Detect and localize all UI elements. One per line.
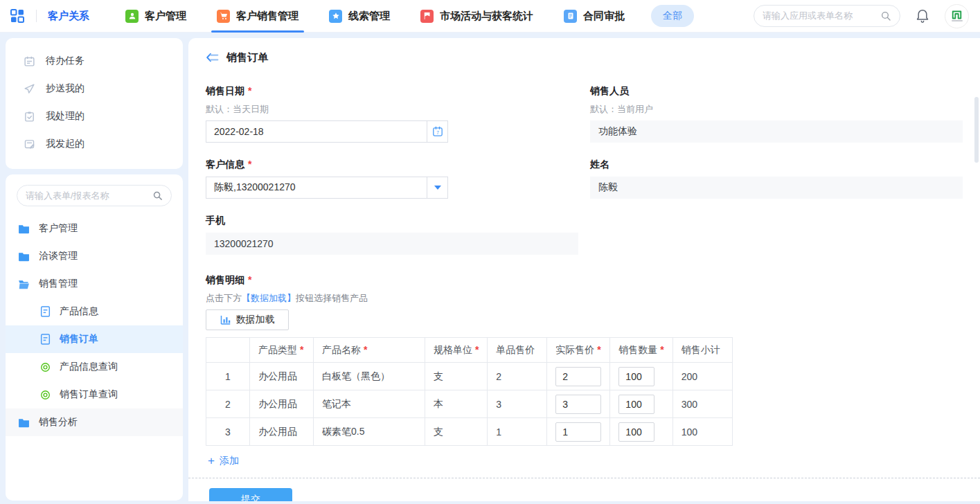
cell-subtotal: 200 [672,363,732,390]
chevron-down-icon [434,186,441,190]
submit-button[interactable]: 提交 [209,488,292,501]
sales-date-hint: 默认：当天日期 [206,104,578,115]
tab-label: 客户销售管理 [236,10,299,23]
sidebar-form-tree-panel: 请输入表单/报表名称 客户管理 洽谈管理 销售管理 产品信息 [6,174,183,501]
user-icon [125,10,139,23]
name-label: 姓名 [590,157,963,171]
sales-date-input[interactable] [206,120,427,143]
calendar-7-icon: 7 [432,126,443,137]
tree-item-label: 客户管理 [39,222,78,235]
folder-icon [18,417,30,428]
tab-label: 线索管理 [348,10,390,23]
tree-item-label: 销售订单 [60,333,98,345]
tree-item-sales-order[interactable]: 销售订单 [6,325,183,353]
logo-caption-line [952,20,963,21]
tab-marketing-stats[interactable]: 市场活动与获客统计 [420,0,533,33]
cell-spec-unit: 本 [425,390,488,418]
app-grid-icon[interactable] [10,8,25,24]
salesperson-label: 销售人员 [590,84,963,98]
data-load-button-label: 数据加载 [236,314,275,326]
data-load-hint-link[interactable]: 【数据加载】 [242,293,296,303]
required-mark: * [248,273,251,287]
sidebar-item-initiated-by-me[interactable]: 我发起的 [6,130,183,158]
sidebar-item-handled-by-me[interactable]: 我处理的 [6,102,183,130]
select-dropdown-button[interactable] [427,177,448,199]
cell-unit-price: 2 [488,363,547,390]
sales-qty-input[interactable] [618,395,654,414]
quick-item-label: 抄送我的 [46,82,84,95]
quick-item-label: 我发起的 [46,138,84,150]
global-search-placeholder: 请输入应用或表单名称 [763,10,880,22]
add-row-link[interactable]: + 添加 [208,455,239,467]
sidebar-item-cc-to-me[interactable]: 抄送我的 [6,75,183,102]
document-icon [564,10,577,23]
account-avatar[interactable] [945,4,969,28]
tree-item-product-info-query[interactable]: 产品信息查询 [6,353,183,381]
tab-customer-management[interactable]: 客户管理 [125,0,186,33]
header-subtotal: 销售小计 [672,338,732,363]
tree-item-label: 销售管理 [39,278,78,290]
vertical-scrollbar-thumb[interactable] [974,97,979,163]
actual-price-input[interactable] [555,422,601,442]
sales-qty-input[interactable] [618,422,654,442]
table-row: 3 办公用品 碳素笔0.5 支 1 100 [206,418,733,446]
all-apps-pill[interactable]: 全部 [651,5,694,27]
notification-bell-icon[interactable] [916,8,929,24]
page-header: 销售订单 [206,48,963,66]
svg-text:7: 7 [436,130,439,135]
calendar-picker-button[interactable]: 7 [427,120,448,143]
required-mark: * [248,157,251,171]
tab-contract-approval[interactable]: 合同审批 [564,0,625,33]
sales-qty-input[interactable] [618,367,654,386]
cell-subtotal: 100 [672,418,732,446]
flag-icon [420,10,434,23]
search-icon [152,190,163,201]
form-search-input[interactable]: 请输入表单/报表名称 [17,185,172,206]
sales-date-label: 销售日期* [206,84,578,98]
top-navigation-bar: 客户关系 客户管理 客户销售管理 线索管理 市场活动与获客统计 合同审批 全部 … [0,0,980,33]
tree-item-label: 销售分析 [39,416,78,429]
customer-info-select[interactable]: 陈毅,13200021270 [206,177,427,199]
tree-item-product-info[interactable]: 产品信息 [6,298,183,325]
cell-product-type: 办公用品 [250,363,314,390]
required-mark: * [248,84,251,98]
tree-folder-negotiation-management[interactable]: 洽谈管理 [6,242,183,270]
topbar-divider [36,10,37,22]
mobile-value: 13200021270 [206,233,578,255]
salesperson-hint: 默认：当前用户 [590,104,963,115]
tree-folder-sales-analysis[interactable]: 销售分析 [6,408,183,436]
cell-product-name: 笔记本 [314,390,425,418]
global-search-input[interactable]: 请输入应用或表单名称 [754,5,900,27]
form-search-placeholder: 请输入表单/报表名称 [26,190,109,202]
name-value: 陈毅 [590,177,963,199]
tree-item-label: 产品信息 [60,305,98,318]
table-row: 2 办公用品 笔记本 本 3 300 [206,390,733,418]
tree-folder-sales-management[interactable]: 销售管理 [6,270,183,298]
sales-detail-hint: 点击下方【数据加载】按钮选择销售产品 [206,293,963,304]
data-load-button[interactable]: 数据加载 [206,309,289,330]
bar-chart-icon [220,315,231,325]
edit-document-icon [24,138,35,150]
sidebar-quick-panel: 待办任务 抄送我的 我处理的 我发起的 [6,38,183,169]
back-collapse-icon[interactable] [206,52,219,63]
tab-lead-management[interactable]: 线索管理 [329,0,390,33]
header-actual-price: 实际售价 * [547,338,610,363]
folder-open-icon [18,279,30,289]
calendar-icon [24,55,35,67]
salesperson-value: 功能体验 [590,120,963,143]
form-doc-icon [40,306,51,317]
sidebar-item-todo-tasks[interactable]: 待办任务 [6,47,183,75]
workspace-name[interactable]: 客户关系 [48,10,89,23]
cell-product-name: 碳素笔0.5 [314,418,425,446]
row-index: 2 [206,390,250,418]
tab-customer-sales-management[interactable]: 客户销售管理 [217,0,299,33]
folder-icon [18,251,30,262]
actual-price-input[interactable] [555,395,601,414]
cell-unit-price: 1 [488,418,547,446]
tree-folder-customer-management[interactable]: 客户管理 [6,215,183,242]
form-doc-icon [40,334,51,345]
header-spec-unit: 规格单位 * [425,338,488,363]
query-target-icon [40,362,51,372]
tree-item-sales-order-query[interactable]: 销售订单查询 [6,381,183,408]
actual-price-input[interactable] [555,367,601,386]
